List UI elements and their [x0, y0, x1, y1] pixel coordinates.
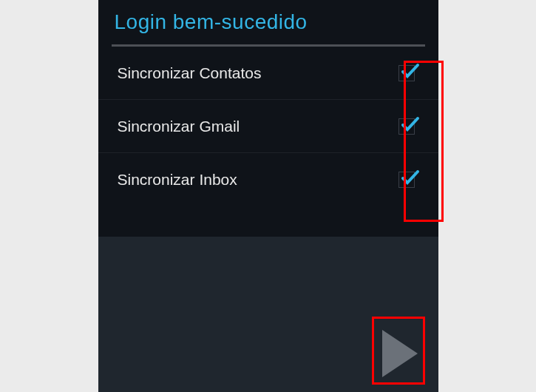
footer: [98, 237, 438, 392]
next-button[interactable]: [382, 330, 418, 377]
sync-options-list: Sincronizar Contatos Sincronizar Gmail S…: [98, 47, 438, 206]
checkbox-sync-inbox[interactable]: [398, 172, 415, 188]
phone-screen: Login bem-sucedido Sincronizar Contatos …: [98, 0, 438, 392]
checkmark-icon: [401, 168, 420, 187]
list-item-sync-gmail[interactable]: Sincronizar Gmail: [98, 100, 438, 153]
header: Login bem-sucedido: [98, 0, 438, 41]
item-label: Sincronizar Contatos: [118, 64, 262, 82]
page-title: Login bem-sucedido: [115, 10, 422, 34]
list-item-sync-contacts[interactable]: Sincronizar Contatos: [98, 47, 438, 100]
checkmark-icon: [401, 61, 420, 81]
item-label: Sincronizar Inbox: [118, 171, 237, 189]
item-label: Sincronizar Gmail: [118, 118, 240, 135]
checkbox-sync-gmail[interactable]: [398, 118, 415, 135]
checkbox-sync-contacts[interactable]: [398, 65, 415, 81]
checkmark-icon: [401, 115, 420, 134]
list-item-sync-inbox[interactable]: Sincronizar Inbox: [98, 153, 438, 206]
